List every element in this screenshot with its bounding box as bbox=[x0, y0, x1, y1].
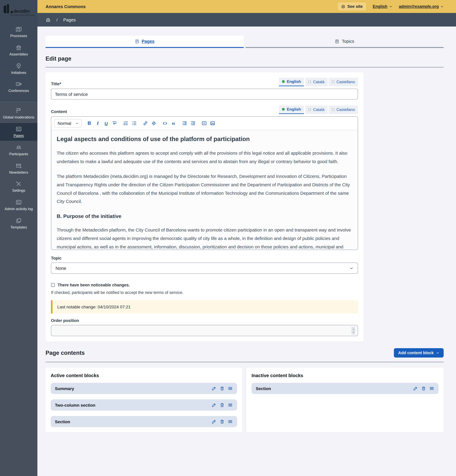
delete-trash-icon[interactable] bbox=[220, 386, 225, 391]
drag-handle-icon[interactable] bbox=[228, 402, 233, 408]
underline-icon[interactable]: U bbox=[103, 120, 110, 127]
sidebar-item-label: Assemblies bbox=[9, 52, 28, 57]
eye-target-icon bbox=[341, 4, 345, 8]
lightbulb-icon bbox=[15, 63, 22, 69]
sidebar-item-assemblies[interactable]: Assemblies bbox=[0, 42, 37, 60]
lang-tab-castellano[interactable]: Castellano bbox=[329, 105, 358, 114]
sidebar-item-initiatives[interactable]: Initiatives bbox=[0, 60, 37, 78]
bold-icon[interactable]: B bbox=[86, 120, 93, 127]
content-block-row[interactable]: Summary bbox=[51, 383, 237, 394]
editor-toolbar: Normal B I U bbox=[51, 117, 358, 130]
chevron-down-icon bbox=[389, 5, 392, 8]
rich-text-editor: Normal B I U bbox=[51, 116, 358, 250]
empty-locale-ring-icon bbox=[332, 108, 334, 111]
lang-tab-catala[interactable]: Català bbox=[305, 105, 327, 114]
sidebar-item-label: Templates bbox=[10, 225, 27, 230]
content-block-row[interactable]: Section bbox=[51, 416, 237, 427]
paragraph-style-select[interactable]: Normal bbox=[54, 119, 82, 128]
language-menu[interactable]: English bbox=[373, 4, 392, 9]
bullet-list-icon[interactable] bbox=[131, 120, 138, 127]
sidebar-item-processes[interactable]: Processes bbox=[0, 23, 37, 41]
see-site-button[interactable]: See site bbox=[338, 2, 366, 10]
tools-icon bbox=[15, 181, 22, 187]
delete-trash-icon[interactable] bbox=[421, 386, 426, 391]
sidebar-item-newsletters[interactable]: Newsletters bbox=[0, 160, 37, 178]
user-email: admin@example.org bbox=[399, 4, 439, 9]
decidim-logo[interactable]: decidim free open-source democracy bbox=[0, 0, 37, 19]
editor-heading-1: Legal aspects and conditions of use of t… bbox=[57, 136, 352, 143]
drag-handle-icon[interactable] bbox=[429, 386, 434, 391]
inactive-content-blocks-card: Inactive content blocks Section bbox=[246, 368, 444, 432]
edit-pencil-icon[interactable] bbox=[413, 386, 418, 391]
unlink-icon[interactable] bbox=[150, 120, 157, 127]
sidebar-item-conferences[interactable]: Conferences bbox=[0, 78, 37, 96]
user-menu[interactable]: admin@example.org bbox=[399, 4, 444, 9]
add-content-block-button[interactable]: Add content block bbox=[394, 348, 444, 357]
chevron-up-icon bbox=[352, 328, 354, 330]
sidebar-item-participants[interactable]: Participants bbox=[0, 141, 37, 159]
order-position-label: Order position bbox=[51, 318, 358, 323]
editor-content[interactable]: Legal aspects and conditions of use of t… bbox=[51, 130, 358, 250]
edit-pencil-icon[interactable] bbox=[211, 402, 216, 408]
blockquote-icon[interactable]: “ bbox=[170, 120, 177, 127]
sidebar-item-label: Processes bbox=[10, 34, 27, 38]
editor-paragraph: The platform Metadecidim (meta.decidim.o… bbox=[57, 172, 352, 206]
admin-page: decidim free open-source democracy Proce… bbox=[0, 0, 456, 476]
lang-tab-catala[interactable]: Català bbox=[305, 78, 327, 86]
tab-pages[interactable]: Pages bbox=[45, 35, 244, 48]
edit-page-form: Title* English Català Castellano bbox=[45, 72, 363, 341]
lang-tab-label: Castellano bbox=[336, 107, 355, 112]
noticeable-changes-label: There have been noticeable changes. bbox=[58, 283, 130, 287]
link-icon[interactable] bbox=[142, 120, 149, 127]
home-icon[interactable] bbox=[45, 17, 51, 22]
ordered-list-icon[interactable] bbox=[122, 120, 129, 127]
italic-icon[interactable]: I bbox=[94, 120, 101, 127]
topic-select[interactable]: None bbox=[51, 263, 358, 274]
title-input[interactable] bbox=[51, 89, 358, 100]
order-position-input[interactable] bbox=[51, 325, 358, 336]
noticeable-changes-help: If checked, participants will be notifie… bbox=[51, 290, 358, 295]
delete-trash-icon[interactable] bbox=[220, 419, 225, 424]
lang-tab-label: Català bbox=[313, 80, 324, 84]
tab-pages-label: Pages bbox=[142, 39, 155, 44]
editor-paragraph: Through the Metadecidim platform, the Ci… bbox=[57, 226, 352, 250]
video-embed-icon[interactable] bbox=[201, 120, 208, 127]
copy-icon bbox=[15, 217, 22, 224]
image-icon[interactable] bbox=[209, 120, 216, 127]
noticeable-changes-checkbox[interactable] bbox=[51, 283, 55, 287]
lang-tab-english[interactable]: English bbox=[279, 105, 304, 114]
content-block-row[interactable]: Two-column section bbox=[51, 400, 237, 411]
number-stepper[interactable] bbox=[351, 327, 355, 334]
edit-pencil-icon[interactable] bbox=[211, 386, 216, 391]
delete-trash-icon[interactable] bbox=[220, 402, 225, 408]
code-icon[interactable] bbox=[161, 120, 169, 127]
newspaper-icon bbox=[15, 126, 22, 132]
content-block-name: Section bbox=[256, 386, 271, 391]
tab-topics[interactable]: Topics bbox=[246, 35, 444, 48]
sidebar-item-global-moderations[interactable]: Global moderations bbox=[0, 105, 37, 122]
content-label: Content bbox=[51, 109, 67, 114]
lang-tab-english[interactable]: English bbox=[279, 78, 304, 86]
drag-handle-icon[interactable] bbox=[228, 386, 233, 391]
chevron-down-icon bbox=[75, 122, 78, 125]
edit-pencil-icon[interactable] bbox=[211, 419, 216, 424]
content-block-row[interactable]: Section bbox=[251, 383, 439, 394]
indent-icon[interactable] bbox=[181, 120, 188, 127]
breadcrumb-pages[interactable]: Pages bbox=[63, 17, 76, 22]
filled-locale-dot-icon bbox=[282, 108, 285, 111]
tab-bar: Pages Topics bbox=[45, 35, 444, 48]
drag-handle-icon[interactable] bbox=[228, 419, 233, 424]
line-break-icon[interactable] bbox=[111, 120, 118, 127]
sidebar-item-label: Participants bbox=[9, 152, 28, 156]
decidim-logo-word: decidim bbox=[14, 9, 30, 13]
title-language-tabs: English Català Castellano bbox=[279, 78, 358, 86]
sidebar-item-admin-activity-log[interactable]: Admin activity log bbox=[0, 196, 37, 214]
editor-paragraph: The citizen who accesses this platform a… bbox=[57, 149, 352, 166]
empty-locale-ring-icon bbox=[308, 108, 311, 111]
sidebar-item-templates[interactable]: Templates bbox=[0, 215, 37, 232]
sidebar-item-pages[interactable]: Pages bbox=[0, 123, 37, 141]
lang-tab-castellano[interactable]: Castellano bbox=[329, 78, 358, 86]
sidebar-item-settings[interactable]: Settings bbox=[0, 178, 37, 196]
empty-locale-ring-icon bbox=[332, 80, 334, 83]
outdent-icon[interactable] bbox=[189, 120, 197, 127]
